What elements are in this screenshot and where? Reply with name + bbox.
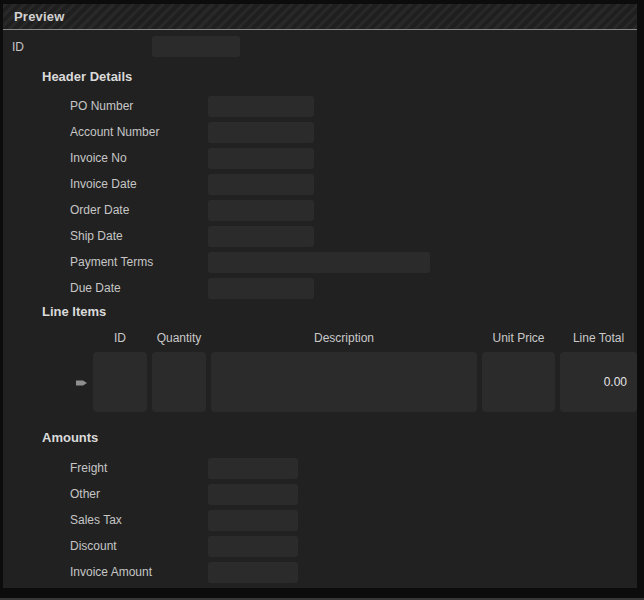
id-input[interactable] xyxy=(152,36,240,57)
invoice-date-label: Invoice Date xyxy=(70,177,208,191)
sales-tax-input[interactable] xyxy=(208,510,298,531)
line-item-line-total-cell: 0.00 xyxy=(560,352,637,412)
account-number-label: Account Number xyxy=(70,125,208,139)
line-item-quantity-cell[interactable] xyxy=(152,352,206,412)
discount-label: Discount xyxy=(70,539,208,553)
line-items-heading: Line Items xyxy=(42,304,637,319)
invoice-date-input[interactable] xyxy=(208,174,314,195)
due-date-input[interactable] xyxy=(208,278,314,299)
discount-input[interactable] xyxy=(208,536,298,557)
other-label: Other xyxy=(70,487,208,501)
page-title: Preview xyxy=(14,9,65,24)
row-selector-arrow-icon xyxy=(76,379,88,387)
line-item-row: 0.00 xyxy=(3,352,637,412)
column-header-quantity: Quantity xyxy=(152,331,206,344)
titlebar[interactable]: Preview xyxy=(3,4,637,30)
amounts-section: Freight Other Sales Tax Discount Invoice… xyxy=(3,455,637,585)
form-row-account-number: Account Number xyxy=(3,119,637,145)
freight-input[interactable] xyxy=(208,458,298,479)
form-row-invoice-amount: Invoice Amount xyxy=(3,559,637,585)
form-row-sales-tax: Sales Tax xyxy=(3,507,637,533)
line-item-description-cell[interactable] xyxy=(211,352,477,412)
preview-window: Preview ID Header Details PO Number Acco… xyxy=(3,4,637,588)
due-date-label: Due Date xyxy=(70,281,208,295)
form-row-freight: Freight xyxy=(3,455,637,481)
order-date-input[interactable] xyxy=(208,200,314,221)
order-date-label: Order Date xyxy=(70,203,208,217)
amounts-heading: Amounts xyxy=(42,430,637,445)
form-row-po-number: PO Number xyxy=(3,93,637,119)
id-label: ID xyxy=(12,40,152,54)
line-items-column-headers: ID Quantity Description Unit Price Line … xyxy=(3,331,637,344)
invoice-no-label: Invoice No xyxy=(70,151,208,165)
po-number-label: PO Number xyxy=(70,99,208,113)
row-selector-cell[interactable] xyxy=(3,352,93,412)
header-details-section: PO Number Account Number Invoice No Invo… xyxy=(3,93,637,301)
column-header-unit-price: Unit Price xyxy=(482,331,555,344)
line-item-unit-price-cell[interactable] xyxy=(482,352,555,412)
column-header-description: Description xyxy=(211,331,477,344)
form-row-invoice-no: Invoice No xyxy=(3,145,637,171)
payment-terms-input[interactable] xyxy=(208,252,430,273)
other-input[interactable] xyxy=(208,484,298,505)
header-details-heading: Header Details xyxy=(42,69,637,84)
id-field-row: ID xyxy=(12,36,637,57)
invoice-amount-input[interactable] xyxy=(208,562,298,583)
form-row-other: Other xyxy=(3,481,637,507)
account-number-input[interactable] xyxy=(208,122,314,143)
form-row-discount: Discount xyxy=(3,533,637,559)
po-number-input[interactable] xyxy=(208,96,314,117)
line-item-id-cell[interactable] xyxy=(93,352,147,412)
invoice-no-input[interactable] xyxy=(208,148,314,169)
form-row-payment-terms: Payment Terms xyxy=(3,249,637,275)
form-row-due-date: Due Date xyxy=(3,275,637,301)
freight-label: Freight xyxy=(70,461,208,475)
payment-terms-label: Payment Terms xyxy=(70,255,208,269)
form-row-invoice-date: Invoice Date xyxy=(3,171,637,197)
ship-date-label: Ship Date xyxy=(70,229,208,243)
form-row-order-date: Order Date xyxy=(3,197,637,223)
column-header-line-total: Line Total xyxy=(560,331,637,344)
invoice-amount-label: Invoice Amount xyxy=(70,565,208,579)
form-row-ship-date: Ship Date xyxy=(3,223,637,249)
column-header-id: ID xyxy=(93,331,147,344)
sales-tax-label: Sales Tax xyxy=(70,513,208,527)
ship-date-input[interactable] xyxy=(208,226,314,247)
